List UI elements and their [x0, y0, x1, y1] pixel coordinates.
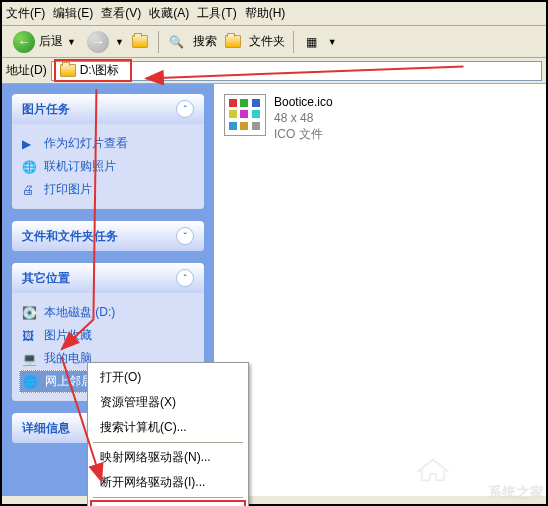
computer-icon: 💻 [22, 352, 38, 366]
file-view[interactable]: Bootice.ico 48 x 48 ICO 文件 [214, 84, 546, 496]
panel-head-picture[interactable]: 图片任务 ˆ [12, 94, 204, 124]
back-button[interactable]: ← 后退 ▼ [8, 28, 81, 56]
watermark-text: 系统之家 [488, 484, 544, 502]
file-info: Bootice.ico 48 x 48 ICO 文件 [274, 94, 333, 143]
ico-file-icon [224, 94, 266, 136]
back-icon: ← [13, 31, 35, 53]
context-menu: 打开(O) 资源管理器(X) 搜索计算机(C)... 映射网络驱动器(N)...… [87, 362, 249, 506]
drive-icon: 💽 [22, 306, 38, 320]
folders-icon [223, 32, 243, 52]
svg-marker-2 [419, 460, 448, 481]
ctx-map-drive[interactable]: 映射网络驱动器(N)... [90, 445, 246, 470]
address-path: D:\图标 [80, 62, 119, 79]
menubar: 文件(F) 编辑(E) 查看(V) 收藏(A) 工具(T) 帮助(H) [2, 2, 546, 26]
sidebar-item-drive-d[interactable]: 💽本地磁盘 (D:) [22, 301, 194, 324]
toolbar: ← 后退 ▼ → ▼ 🔍 搜索 文件夹 ▦ ▼ [2, 26, 546, 58]
views-dropdown-icon[interactable]: ▼ [328, 37, 337, 47]
search-button[interactable]: 搜索 [193, 33, 217, 50]
ctx-search[interactable]: 搜索计算机(C)... [90, 415, 246, 440]
panel-title: 文件和文件夹任务 [22, 228, 118, 245]
forward-dropdown-icon[interactable]: ▼ [115, 37, 124, 47]
menu-file[interactable]: 文件(F) [6, 5, 45, 22]
panel-file-tasks: 文件和文件夹任务 ˇ [12, 221, 204, 251]
up-button[interactable] [130, 32, 150, 52]
back-label: 后退 [39, 33, 63, 50]
address-highlight: D:\图标 [54, 59, 132, 82]
menu-view[interactable]: 查看(V) [101, 5, 141, 22]
sidebar-item-order[interactable]: 🌐联机订购照片 [22, 155, 194, 178]
chevron-up-icon: ˆ [176, 100, 194, 118]
folder-icon [60, 64, 76, 77]
separator [158, 31, 159, 53]
separator [93, 497, 243, 498]
slideshow-icon: ▶ [22, 137, 38, 151]
ctx-open[interactable]: 打开(O) [90, 365, 246, 390]
file-dimensions: 48 x 48 [274, 110, 333, 126]
chevron-down-icon: ˇ [176, 227, 194, 245]
panel-picture-tasks: 图片任务 ˆ ▶作为幻灯片查看 🌐联机订购照片 🖨打印图片 [12, 94, 204, 209]
sidebar-item-pictures[interactable]: 🖼图片收藏 [22, 324, 194, 347]
chevron-up-icon: ˆ [176, 269, 194, 287]
file-type: ICO 文件 [274, 126, 333, 142]
watermark-icon [416, 458, 450, 482]
menu-fav[interactable]: 收藏(A) [149, 5, 189, 22]
address-field[interactable]: D:\图标 [51, 61, 542, 81]
panel-title: 详细信息 [22, 420, 70, 437]
pictures-icon: 🖼 [22, 329, 38, 343]
printer-icon: 🖨 [22, 183, 38, 197]
globe-icon: 🌐 [22, 160, 38, 174]
network-icon: 🌐 [23, 375, 39, 389]
ctx-unmap-drive[interactable]: 断开网络驱动器(I)... [90, 470, 246, 495]
separator [93, 442, 243, 443]
file-name: Bootice.ico [274, 94, 333, 110]
back-dropdown-icon: ▼ [67, 37, 76, 47]
menu-edit[interactable]: 编辑(E) [53, 5, 93, 22]
address-bar: 地址(D) D:\图标 [2, 58, 546, 84]
menu-help[interactable]: 帮助(H) [245, 5, 286, 22]
ctx-properties[interactable]: 属性(R) [90, 500, 246, 506]
address-label: 地址(D) [6, 62, 47, 79]
panel-head-file[interactable]: 文件和文件夹任务 ˇ [12, 221, 204, 251]
separator [293, 31, 294, 53]
panel-head-places[interactable]: 其它位置 ˆ [12, 263, 204, 293]
sidebar-item-slideshow[interactable]: ▶作为幻灯片查看 [22, 132, 194, 155]
panel-title: 其它位置 [22, 270, 70, 287]
ctx-explorer[interactable]: 资源管理器(X) [90, 390, 246, 415]
menu-tools[interactable]: 工具(T) [197, 5, 236, 22]
views-button[interactable]: ▦ [302, 32, 322, 52]
search-icon: 🔍 [167, 32, 187, 52]
folders-button[interactable]: 文件夹 [249, 33, 285, 50]
panel-title: 图片任务 [22, 101, 70, 118]
sidebar-item-print[interactable]: 🖨打印图片 [22, 178, 194, 201]
forward-button[interactable]: → [87, 31, 109, 53]
